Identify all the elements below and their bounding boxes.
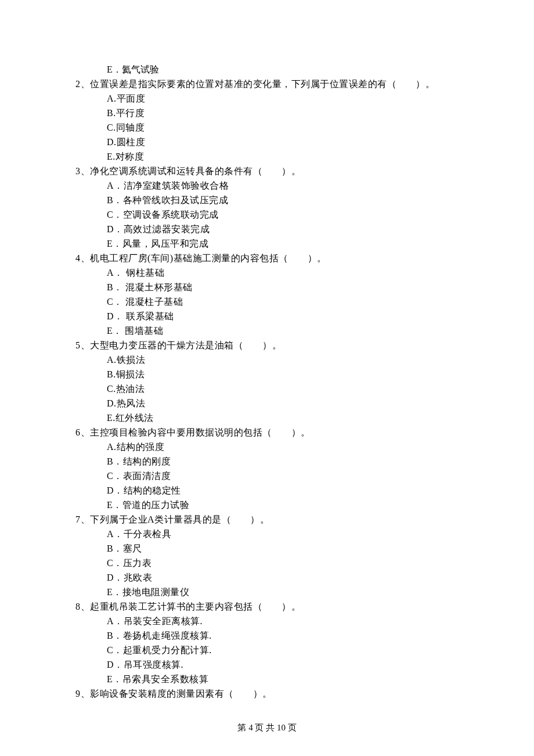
question-3-option-b: B．各种管线吹扫及试压完成	[107, 193, 476, 207]
question-2-option-a: A.平面度	[107, 92, 476, 106]
question-3-text: 3、净化空调系统调试和运转具备的条件有（ ）。	[75, 164, 476, 178]
question-2-option-d: D.圆柱度	[107, 135, 476, 149]
question-4-option-e: E． 围墙基础	[107, 324, 476, 338]
question-2: 2、位置误差是指实际要素的位置对基准的变化量，下列属于位置误差的有（ ）。 A.…	[75, 77, 476, 164]
question-3-option-c: C．空调设备系统联动完成	[107, 208, 476, 222]
question-5-text: 5、大型电力变压器的干燥方法是油箱（ ）。	[75, 339, 476, 352]
question-4: 4、机电工程厂房(车间)基础施工测量的内容包括（ ）。 A． 钢柱基础 B． 混…	[75, 251, 476, 338]
question-2-text: 2、位置误差是指实际要素的位置对基准的变化量，下列属于位置误差的有（ ）。	[75, 77, 476, 91]
question-7-option-e: E．接地电阻测量仪	[107, 585, 476, 599]
question-3-option-a: A．洁净室建筑装饰验收合格	[107, 179, 476, 193]
question-5-option-a: A.铁损法	[107, 353, 476, 367]
question-5: 5、大型电力变压器的干燥方法是油箱（ ）。 A.铁损法 B.铜损法 C.热油法 …	[75, 339, 476, 425]
question-2-option-c: C.同轴度	[107, 121, 476, 135]
question-6-option-e: E．管道的压力试验	[107, 498, 476, 512]
question-7-option-b: B．塞尺	[107, 542, 476, 556]
question-4-option-b: B． 混凝土杯形基础	[107, 280, 476, 294]
question-6: 6、主控项目检验内容中要用数据说明的包括（ ）。 A.结构的强度 B．结构的刚度…	[75, 426, 476, 512]
question-6-option-d: D．结构的稳定性	[107, 484, 476, 498]
question-4-text: 4、机电工程厂房(车间)基础施工测量的内容包括（ ）。	[75, 251, 476, 265]
question-8-option-c: C．起重机受力分配计算.	[107, 643, 476, 657]
question-9: 9、影响设备安装精度的测量因素有（ ）。	[75, 687, 476, 701]
question-5-option-e: E.红外线法	[107, 411, 476, 425]
question-8-option-b: B．卷扬机走绳强度核算.	[107, 629, 476, 643]
question-8: 8、起重机吊装工艺计算书的主要内容包括（ ）。 A．吊装安全距离核算. B．卷扬…	[75, 600, 476, 686]
question-5-option-b: B.铜损法	[107, 368, 476, 381]
page-footer: 第 4 页 共 10 页	[0, 721, 534, 735]
question-6-option-b: B．结构的刚度	[107, 455, 476, 469]
question-8-option-e: E．吊索具安全系数核算	[107, 672, 476, 686]
question-4-option-a: A． 钢柱基础	[107, 266, 476, 280]
question-7-option-d: D．兆欧表	[107, 571, 476, 585]
question-2-option-e: E.对称度	[107, 150, 476, 164]
question-5-option-c: C.热油法	[107, 382, 476, 396]
question-7: 7、下列属于企业A类计量器具的是（ ）。 A．千分表检具 B．塞尺 C．压力表 …	[75, 513, 476, 599]
question-4-option-d: D． 联系梁基础	[107, 309, 476, 323]
question-6-text: 6、主控项目检验内容中要用数据说明的包括（ ）。	[75, 426, 476, 440]
question-3-option-e: E．风量，风压平和完成	[107, 237, 476, 251]
question-9-text: 9、影响设备安装精度的测量因素有（ ）。	[75, 687, 476, 701]
question-4-option-c: C． 混凝柱子基础	[107, 295, 476, 309]
question-6-option-c: C．表面清洁度	[107, 469, 476, 483]
question-6-option-a: A.结构的强度	[107, 440, 476, 454]
question-7-text: 7、下列属于企业A类计量器具的是（ ）。	[75, 513, 476, 527]
question-3-option-d: D．高效过滤器安装完成	[107, 222, 476, 236]
question-3: 3、净化空调系统调试和运转具备的条件有（ ）。 A．洁净室建筑装饰验收合格 B．…	[75, 164, 476, 251]
question-8-text: 8、起重机吊装工艺计算书的主要内容包括（ ）。	[75, 600, 476, 614]
pre-option: E．氦气试验	[107, 63, 476, 77]
question-5-option-d: D.热风法	[107, 397, 476, 411]
question-8-option-d: D．吊耳强度核算.	[107, 658, 476, 672]
question-2-option-b: B.平行度	[107, 106, 476, 120]
question-7-option-c: C．压力表	[107, 556, 476, 570]
question-8-option-a: A．吊装安全距离核算.	[107, 614, 476, 628]
question-7-option-a: A．千分表检具	[107, 527, 476, 541]
